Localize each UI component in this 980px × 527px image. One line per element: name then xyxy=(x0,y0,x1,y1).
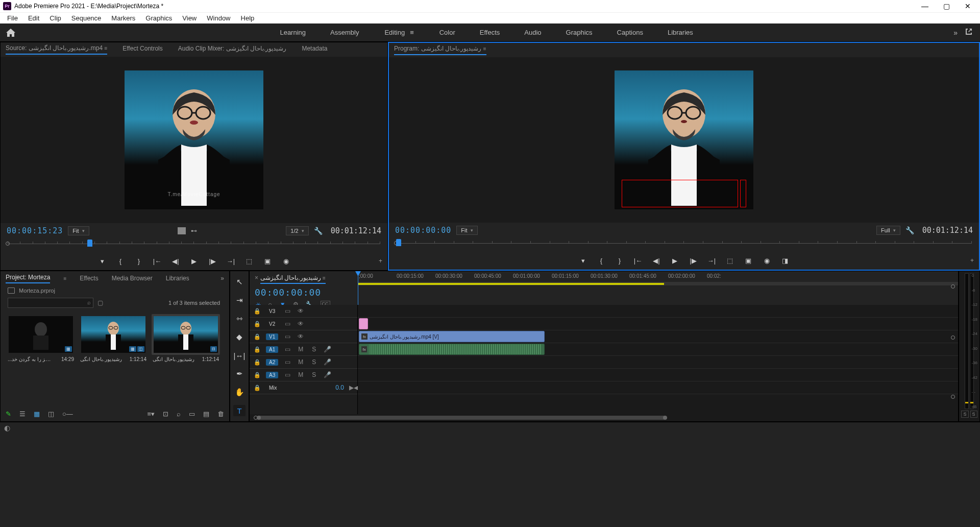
source-fit-dropdown[interactable]: Fit▾ xyxy=(68,226,89,235)
workspace-captions[interactable]: Captions xyxy=(616,27,644,38)
track-select-tool-icon[interactable]: ⇥ xyxy=(233,295,246,306)
timeline-h-scrollbar[interactable] xyxy=(250,414,958,421)
search-input[interactable] xyxy=(8,298,93,308)
tab-metadata[interactable]: Metadata xyxy=(302,45,327,54)
razor-tool-icon[interactable]: ◆ xyxy=(233,331,246,343)
lock-icon[interactable]: 🔒 xyxy=(254,372,261,378)
tab-libraries[interactable]: Libraries xyxy=(166,275,189,282)
zoom-slider[interactable]: ○— xyxy=(62,410,73,418)
button-editor-icon[interactable]: + xyxy=(379,257,382,265)
home-button[interactable] xyxy=(2,24,19,41)
track-header-v3[interactable]: 🔒 V3 ▭ 👁 xyxy=(250,305,357,318)
source-drag-audio-icon[interactable]: ⊷ xyxy=(191,227,197,234)
maximize-button[interactable]: ▢ xyxy=(940,2,952,10)
find-icon[interactable]: ⌕ xyxy=(177,410,181,418)
voice-over-icon[interactable]: 🎤 xyxy=(323,371,331,378)
step-back-icon[interactable]: ◀| xyxy=(652,257,661,265)
mark-out-icon[interactable]: } xyxy=(134,257,143,265)
tab-menu-icon[interactable]: ≡ xyxy=(104,45,107,53)
track-label[interactable]: A2 xyxy=(266,359,278,366)
program-resolution-dropdown[interactable]: Full▾ xyxy=(876,226,900,235)
workspace-editing[interactable]: Editing≡ xyxy=(382,27,415,38)
tab-project[interactable]: Project: Morteza xyxy=(6,274,50,283)
media-item[interactable]: ▦ ...همه چیز را به گردن خد14:29 xyxy=(7,314,75,402)
track-lane-a3[interactable] xyxy=(358,369,958,381)
lock-icon[interactable]: 🔒 xyxy=(254,308,261,315)
video-clip[interactable]: fx رشیدپور.باحال انگیزشی.mp4 [V] xyxy=(359,331,545,342)
lock-icon[interactable]: 🔒 xyxy=(254,321,261,327)
voice-over-icon[interactable]: 🎤 xyxy=(323,346,331,353)
source-scrubber[interactable] xyxy=(1,238,387,252)
track-label[interactable]: V1 xyxy=(266,333,278,340)
track-lane-v3[interactable] xyxy=(358,305,958,318)
sequence-tab[interactable]: رشیدپور.باحال انگیزشی ≡ xyxy=(260,274,326,284)
track-label[interactable]: A3 xyxy=(266,372,278,378)
mute-icon[interactable]: M xyxy=(297,358,305,366)
program-timecode[interactable]: 00:00:00:00 xyxy=(395,226,451,235)
lock-icon[interactable]: 🔒 xyxy=(254,385,261,391)
source-drag-video-icon[interactable] xyxy=(178,227,186,234)
source-playhead[interactable] xyxy=(87,239,92,247)
step-forward-icon[interactable]: |▶ xyxy=(689,257,698,265)
icon-view-icon[interactable]: ▦ xyxy=(34,410,40,418)
solo-icon[interactable]: S xyxy=(310,371,318,378)
sync-lock-icon[interactable]: ▭ xyxy=(283,333,291,340)
audio-clip[interactable]: fx xyxy=(359,344,545,355)
solo-right-button[interactable]: S xyxy=(970,411,977,418)
sync-lock-icon[interactable]: ▭ xyxy=(283,358,291,366)
source-zoom-left[interactable] xyxy=(6,242,10,246)
source-resolution-dropdown[interactable]: 1/2▾ xyxy=(286,226,308,235)
new-item-icon[interactable]: ▤ xyxy=(203,410,209,418)
tab-audio-clip-mixer[interactable]: Audio Clip Mixer: رشیدپور.باحال انگیزشی xyxy=(178,45,287,54)
go-to-out-icon[interactable]: →| xyxy=(226,257,235,265)
delete-icon[interactable]: 🗑 xyxy=(217,410,224,418)
menu-sequence[interactable]: Sequence xyxy=(67,13,106,23)
share-icon[interactable] xyxy=(965,28,973,38)
automate-icon[interactable]: ⊡ xyxy=(163,410,168,418)
v-scroll-handle[interactable] xyxy=(951,336,955,340)
track-label[interactable]: A1 xyxy=(266,346,278,353)
source-settings-icon[interactable]: 🔧 xyxy=(314,227,323,235)
lock-icon[interactable]: 🔒 xyxy=(254,333,261,340)
solo-icon[interactable]: S xyxy=(310,358,318,366)
go-to-in-icon[interactable]: |← xyxy=(153,257,162,265)
add-marker-icon[interactable]: ▾ xyxy=(578,257,587,265)
track-header-v1[interactable]: 🔒 V1 ▭ 👁 xyxy=(250,330,357,343)
freeform-view-icon[interactable]: ◫ xyxy=(48,410,54,418)
mark-out-icon[interactable]: } xyxy=(615,257,624,265)
step-back-icon[interactable]: ◀| xyxy=(171,257,180,265)
sync-lock-icon[interactable]: ▭ xyxy=(283,371,291,378)
track-label[interactable]: V2 xyxy=(266,321,278,327)
menu-clip[interactable]: Clip xyxy=(45,13,65,23)
mute-icon[interactable]: M xyxy=(297,371,305,378)
timeline-timecode[interactable]: 00:00:00:00 xyxy=(255,287,353,298)
export-frame-icon[interactable]: ◉ xyxy=(762,257,771,265)
overflow-icon[interactable]: » xyxy=(220,275,224,282)
tab-effects[interactable]: Effects xyxy=(80,275,98,282)
menu-edit[interactable]: Edit xyxy=(24,13,43,23)
sort-icon[interactable]: ≡▾ xyxy=(147,410,155,418)
ripple-edit-tool-icon[interactable]: ⇿ xyxy=(233,313,246,324)
workspace-libraries[interactable]: Libraries xyxy=(667,27,694,38)
slip-tool-icon[interactable]: |↔| xyxy=(233,350,246,361)
track-header-mix[interactable]: 🔒 Mix 0.0 ▶◀ xyxy=(250,381,357,394)
tab-source[interactable]: Source: رشیدپور.باحال انگیزشی.mp4 ≡ xyxy=(6,44,107,55)
workspace-graphics[interactable]: Graphics xyxy=(565,27,594,38)
media-item[interactable]: ▦◫ رشیدپور.باحال انگی1:12:14 xyxy=(79,314,148,402)
close-button[interactable]: ✕ xyxy=(962,2,974,10)
lock-icon[interactable]: 🔒 xyxy=(254,346,261,353)
sync-lock-icon[interactable]: ▭ xyxy=(283,346,291,353)
hand-tool-icon[interactable]: ✋ xyxy=(233,387,246,398)
zoom-handle-right[interactable] xyxy=(951,284,955,289)
menu-help[interactable]: Help xyxy=(237,13,259,23)
overwrite-icon[interactable]: ▣ xyxy=(263,257,272,265)
mark-in-icon[interactable]: { xyxy=(597,257,606,265)
panel-menu-icon[interactable]: ≡ xyxy=(63,276,66,281)
workspace-menu-icon[interactable]: ≡ xyxy=(409,27,415,38)
comparison-view-icon[interactable]: ◨ xyxy=(780,257,790,265)
track-lane-a2[interactable] xyxy=(358,356,958,369)
go-to-out-icon[interactable]: →| xyxy=(707,257,716,265)
scroll-thumb[interactable] xyxy=(258,416,666,420)
tab-menu-icon[interactable]: ≡ xyxy=(483,46,486,54)
play-icon[interactable]: ▶ xyxy=(670,257,679,265)
